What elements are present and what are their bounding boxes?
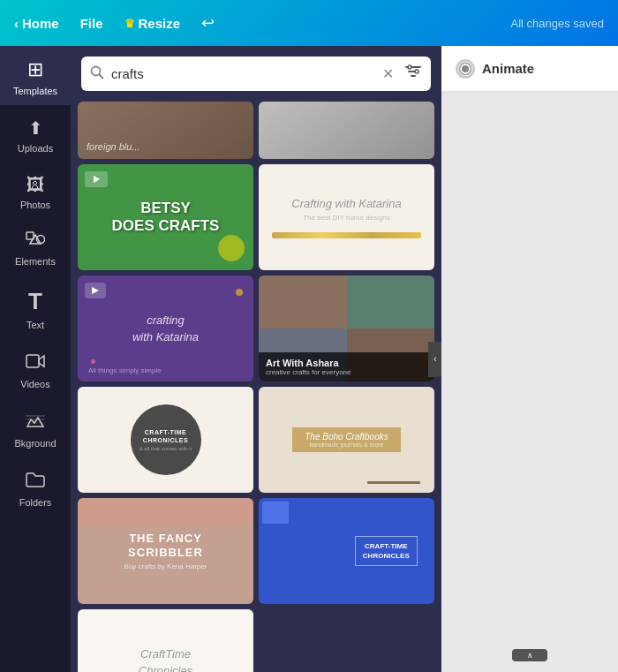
blue-thumb — [262, 502, 289, 524]
art-ashara-bar: Art With Ashara creative crafts for ever… — [259, 352, 434, 381]
uploads-icon: ⬆ — [28, 117, 43, 139]
resize-label: Resize — [139, 16, 181, 31]
sidebar-label-photos: Photos — [20, 200, 50, 210]
art-photo-2 — [347, 276, 435, 328]
text-icon: T — [28, 288, 42, 315]
template-grid: foreign blu... BETSYDOES CRAFTS Crafting… — [71, 98, 441, 672]
collapse-icon: ‹ — [433, 354, 436, 364]
animate-label: Animate — [482, 61, 534, 76]
template-card-betsy[interactable]: BETSYDOES CRAFTS — [78, 164, 253, 270]
sidebar-item-folders[interactable]: Folders — [0, 457, 71, 517]
template-card-partial1[interactable]: foreign blu... — [78, 102, 253, 159]
svg-marker-14 — [94, 176, 100, 183]
purple-crafting-sub: All things simply simple — [88, 366, 162, 374]
top-navigation: ‹ Home File ♛ Resize ↩ All changes saved — [0, 0, 618, 46]
crafting-katarina-title: Crafting with Katarina — [283, 197, 410, 210]
sidebar-item-text[interactable]: T Text — [0, 276, 71, 339]
file-nav[interactable]: File — [80, 16, 103, 31]
svg-point-11 — [408, 65, 411, 69]
crafting-katarina-subtitle: The best DIY home designs — [303, 214, 390, 222]
boho-title: The Boho Craftbooks — [305, 432, 388, 442]
blue-title: CRAFT-TIMECHRONICLES — [363, 541, 410, 561]
elements-icon — [26, 231, 45, 252]
sidebar-label-videos: Videos — [20, 379, 49, 389]
search-bar-container: ✕ — [81, 57, 431, 91]
template-card-crafttime-flower[interactable]: CraftTimeChronicles — [78, 609, 253, 672]
crafttime-flower-text: CraftTimeChronicles — [130, 646, 201, 673]
main-layout: ⊞ Templates ⬆ Uploads 🖼 Photos Elements … — [0, 46, 618, 672]
undo-button[interactable]: ↩ — [201, 13, 215, 33]
animate-bar: Animate — [441, 46, 618, 92]
search-input[interactable] — [111, 66, 375, 81]
blue-box-wrap: CRAFT-TIMECHRONICLES — [338, 498, 434, 604]
filter-icon[interactable] — [404, 64, 422, 84]
fancy-content: THE FANCYSCRIBBLER Buy crafts by Kena Ha… — [78, 498, 253, 604]
template-card-boho[interactable]: The Boho Craftbooks handmade journals & … — [259, 387, 434, 493]
file-label: File — [80, 16, 103, 31]
craft-time-text: CRAFT-TIMECHRONICLES — [143, 428, 188, 444]
svg-marker-15 — [92, 287, 99, 294]
art-ashara-title: Art With Ashara — [266, 358, 427, 368]
sidebar-label-templates: Templates — [13, 86, 57, 96]
sidebar: ⊞ Templates ⬆ Uploads 🖼 Photos Elements … — [0, 46, 71, 672]
clear-icon[interactable]: ✕ — [382, 65, 394, 82]
sidebar-label-text: Text — [26, 320, 44, 330]
search-icon — [90, 65, 104, 83]
sidebar-item-elements[interactable]: Elements — [0, 219, 71, 276]
boho-subtitle: handmade journals & more — [305, 442, 388, 448]
craft-time-circle: CRAFT-TIMECHRONICLES & all that comes wi… — [131, 404, 201, 475]
sidebar-label-background: Bkground — [14, 438, 56, 449]
sidebar-label-folders: Folders — [19, 497, 52, 508]
art-ashara-subtitle: creative crafts for everyone — [266, 368, 427, 376]
sidebar-item-photos[interactable]: 🖼 Photos — [0, 162, 71, 219]
template-card-crafting-katarina[interactable]: Crafting with Katarina The best DIY home… — [259, 164, 434, 270]
svg-rect-2 — [26, 355, 39, 367]
bottom-collapse-icon: ∧ — [527, 651, 533, 660]
svg-line-7 — [100, 74, 103, 78]
boho-label: The Boho Craftbooks handmade journals & … — [292, 427, 401, 452]
template-card-purple-crafting[interactable]: craftingwith Katarina All things simply … — [78, 276, 253, 381]
play-badge — [85, 283, 106, 298]
sidebar-item-uploads[interactable]: ⬆ Uploads — [0, 105, 71, 162]
svg-rect-0 — [26, 232, 34, 239]
svg-point-26 — [459, 63, 471, 74]
fancy-subtitle: Buy crafts by Kena Harper — [124, 563, 207, 570]
video-badge — [85, 171, 108, 187]
art-photo-1 — [259, 276, 347, 328]
deco-dot2 — [91, 359, 95, 364]
folders-icon — [26, 470, 45, 493]
template-card-fancy-scribbler[interactable]: THE FANCYSCRIBBLER Buy crafts by Kena Ha… — [78, 498, 253, 604]
template-card-craft-blue[interactable]: CRAFT-TIMECHRONICLES — [259, 498, 434, 604]
home-label: Home — [22, 16, 59, 31]
bottom-collapse-handle[interactable]: ∧ — [512, 649, 547, 661]
purple-crafting-text: craftingwith Katarina — [132, 312, 199, 346]
right-panel: Animate ∧ — [441, 46, 618, 672]
sidebar-item-videos[interactable]: Videos — [0, 339, 71, 398]
resize-nav[interactable]: ♛ Resize — [124, 16, 181, 31]
sidebar-item-templates[interactable]: ⊞ Templates — [0, 46, 71, 105]
template-card-partial2[interactable] — [259, 102, 434, 159]
template-card-art-ashara[interactable]: Art With Ashara creative crafts for ever… — [259, 276, 434, 381]
svg-point-27 — [463, 66, 467, 71]
partial-card-text: foreign blu... — [87, 141, 140, 152]
boho-bar — [367, 481, 420, 484]
search-panel: ✕ foreign blu... — [71, 46, 441, 672]
saved-status: All changes saved — [510, 17, 604, 30]
templates-icon: ⊞ — [27, 58, 43, 81]
sidebar-item-background[interactable]: Bkground — [0, 398, 71, 457]
template-card-craft-time[interactable]: CRAFT-TIMECHRONICLES & all that comes wi… — [78, 387, 253, 493]
decoration-circle — [218, 235, 245, 261]
animate-button[interactable]: Animate — [456, 59, 534, 79]
sidebar-label-uploads: Uploads — [18, 143, 53, 154]
canvas-area[interactable] — [441, 92, 618, 672]
crown-icon: ♛ — [124, 17, 135, 30]
gold-bar — [272, 232, 421, 238]
deco-dot1 — [236, 289, 243, 296]
sidebar-label-elements: Elements — [15, 256, 56, 267]
blue-box: CRAFT-TIMECHRONICLES — [355, 536, 418, 566]
fancy-title: THE FANCYSCRIBBLER — [128, 532, 203, 559]
videos-icon — [26, 351, 45, 374]
betsy-text: BETSYDOES CRAFTS — [112, 200, 220, 236]
home-nav[interactable]: ‹ Home — [14, 16, 59, 31]
collapse-panel-handle[interactable]: ‹ — [428, 342, 441, 377]
